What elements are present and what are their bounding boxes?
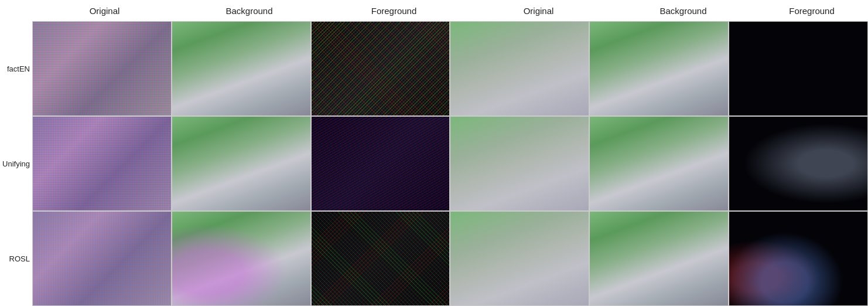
image-row-facten: [32, 21, 868, 116]
row-label-unifying: Unifying: [0, 116, 32, 211]
rosl-original-right: [450, 211, 589, 306]
unifying-original-right: [450, 116, 589, 211]
header-right-original: Original: [466, 6, 611, 16]
image-row-unifying: [32, 116, 868, 211]
rosl-foreground-left: [311, 211, 450, 306]
facten-original-right: [450, 21, 589, 116]
header-row: Original Background Foreground Original …: [0, 0, 868, 21]
header-right-foreground: Foreground: [756, 6, 868, 16]
unifying-background-left: [172, 116, 311, 211]
unifying-background-right: [589, 116, 729, 211]
row-label-rosl: ROSL: [0, 211, 32, 306]
unifying-original-left: [32, 116, 172, 211]
rosl-original-left: [32, 211, 172, 306]
facten-background-right: [589, 21, 729, 116]
header-left-background: Background: [177, 6, 322, 16]
header-left-foreground: Foreground: [322, 6, 466, 16]
content-area: factEN Unifying ROSL: [0, 21, 868, 306]
image-grid: [32, 21, 868, 306]
row-label-facten: factEN: [0, 21, 32, 116]
rosl-foreground-right: [729, 211, 868, 306]
facten-original-left: [32, 21, 172, 116]
row-labels: factEN Unifying ROSL: [0, 21, 32, 306]
header-left-original: Original: [32, 6, 177, 16]
rosl-background-right: [589, 211, 729, 306]
unifying-foreground-left: [311, 116, 450, 211]
header-right-background: Background: [611, 6, 756, 16]
image-row-rosl: [32, 211, 868, 306]
main-container: Original Background Foreground Original …: [0, 0, 868, 306]
rosl-background-left: [172, 211, 311, 306]
facten-foreground-left: [311, 21, 450, 116]
unifying-foreground-right: [729, 116, 868, 211]
facten-foreground-right: [729, 21, 868, 116]
facten-background-left: [172, 21, 311, 116]
